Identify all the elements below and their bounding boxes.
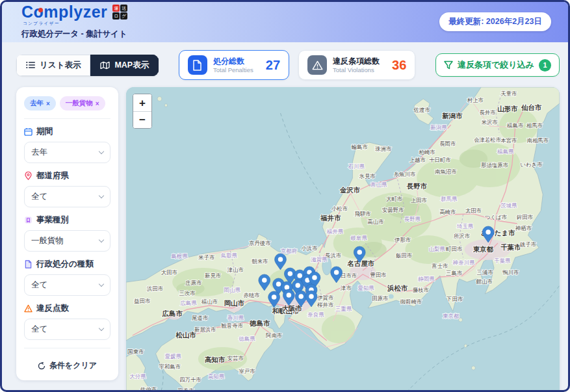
map-label: 佐渡市 [414,107,431,113]
map-label: 上田市 [411,197,428,203]
last-updated-badge: 最終更新: 2026年2月23日 [439,12,551,31]
warning-triangle-icon [307,55,327,75]
map-label: 奈良県 [307,311,324,318]
map-label: 東京都 [473,245,494,253]
chip-business-type[interactable]: 一般貨物× [60,96,105,111]
map-pin-icon [24,172,32,180]
violation-filter-button[interactable]: 違反条項で絞り込み 1 [435,53,560,77]
chevron-down-icon [99,281,104,287]
map-label: 津山市 [227,267,244,273]
total-violations-card: 違反条項総数 Total Violations 36 [298,50,415,80]
japan-map[interactable]: 仙台市山形市新潟市金沢市長野市福井市名古屋市東京都さいたま市千葉市町田市岡山市広… [126,87,560,392]
zoom-in-button[interactable]: + [133,94,151,111]
map-label: 長岡市 [439,140,456,147]
content-row: 去年× 一般貨物× 期間 去年 都道府県 全て 事業種別 [16,87,560,392]
list-view-button[interactable]: リスト表示 [16,55,90,76]
stat-title: 違反条項総数 [333,57,380,66]
business-type-select[interactable]: 一般貨物 [24,230,110,252]
map-label: 埼玉県 [456,223,474,229]
map-label: 室戸市 [239,368,255,374]
map-label: 三次市 [179,290,196,296]
map-label: 銚子市 [520,241,537,248]
header: Complyzer 運 送 ロ グ コンプライザー 行政処分データ - 集計サイ… [2,2,568,42]
chevron-down-icon [99,237,104,242]
map-label: 天童市 [500,90,517,97]
violation-points-select[interactable]: 全て [24,319,110,340]
stat-subtitle: Total Penalties [213,66,253,73]
map-zoom-control: + − [133,94,152,129]
map-view-button[interactable]: MAP表示 [90,55,159,76]
map-label: 高崎市 [439,209,456,215]
divider [24,118,110,119]
map-label: 四万十市 [179,376,201,383]
map-label: 神奈川県 [452,259,475,266]
map-label: 福山市 [201,298,218,305]
map-label: 滋賀県 [311,256,328,263]
map-label: 相馬市 [526,122,543,129]
map-label: 桜井市 [317,302,334,308]
period-select[interactable]: 去年 [24,142,110,163]
map-label: 長浜市 [325,252,342,259]
map-label: 富山県 [370,181,387,188]
map-label: 鳥取県 [220,252,238,259]
chip-period[interactable]: 去年× [24,96,56,111]
stat-value: 27 [266,58,280,73]
map-label: 三重県 [335,306,352,312]
map-label: 朝来市 [252,258,268,265]
prefecture-select[interactable]: 全て [24,186,110,207]
map-label: 徳島県 [239,335,255,342]
penalty-type-select[interactable]: 全て [24,274,110,296]
map-icon [100,61,110,70]
map-label: 大分県 [129,373,146,380]
map-label: 富士市 [432,263,448,269]
map-label: 高知県 [208,373,225,380]
chip-remove-icon[interactable]: × [96,100,99,107]
chip-remove-icon[interactable]: × [46,100,50,107]
list-icon [26,61,35,69]
clear-filters-button[interactable]: 条件をクリア [24,355,110,374]
filter-label-violation-points: 違反点数 [24,303,110,314]
filter-label-business-type: 事業種別 [24,215,110,226]
chevron-down-icon [99,326,104,331]
map-label: 島根県 [172,253,188,259]
map-label: 飛騨市 [355,211,372,217]
map-label: 千葉県 [494,257,511,264]
toolbar: リスト表示 MAP表示 処分総数 Total Penalties 27 [16,50,560,80]
map-label: 益田市 [134,298,151,304]
calendar-icon [24,127,32,136]
zoom-out-button[interactable]: − [133,111,151,128]
funnel-icon [444,60,453,70]
logo: Complyzer [21,4,107,20]
logo-katakana: コンプライザー [23,21,127,27]
stat-title: 処分総数 [213,57,253,66]
map-panel[interactable]: + − [126,87,560,392]
map-label: 飯田市 [396,252,413,259]
island [164,104,168,107]
stat-subtitle: Total Violations [333,66,380,73]
map-label: 十日町市 [429,157,451,163]
map-label: 伊賀市 [317,294,334,301]
map-label: 安芸市 [227,355,244,361]
map-label: 安曇野市 [382,207,404,213]
stat-value: 36 [392,58,406,73]
map-label: 三浦市 [477,269,494,276]
map-label: 山梨県 [428,246,445,252]
map-label: 茨城県 [500,202,517,209]
island [471,366,475,370]
map-label: 香川県 [227,315,244,321]
chevron-down-icon [99,193,104,198]
map-label: 観音寺市 [221,322,243,329]
document-icon [24,260,32,268]
map-label: 氷見市 [359,173,376,179]
map-label: 鴨川市 [502,269,519,276]
map-label: 仙台市 [521,103,542,111]
map-label: 珠洲市 [375,146,392,152]
map-label: いわき市 [520,161,543,168]
filter-label-period: 期間 [24,126,110,137]
map-label: 岡山市 [224,299,245,307]
map-label: つくば市 [485,214,508,220]
map-label: 長野県 [404,216,421,222]
island [157,97,162,101]
map-label: 高知市 [205,356,226,363]
map-label: 千葉市 [500,243,521,251]
